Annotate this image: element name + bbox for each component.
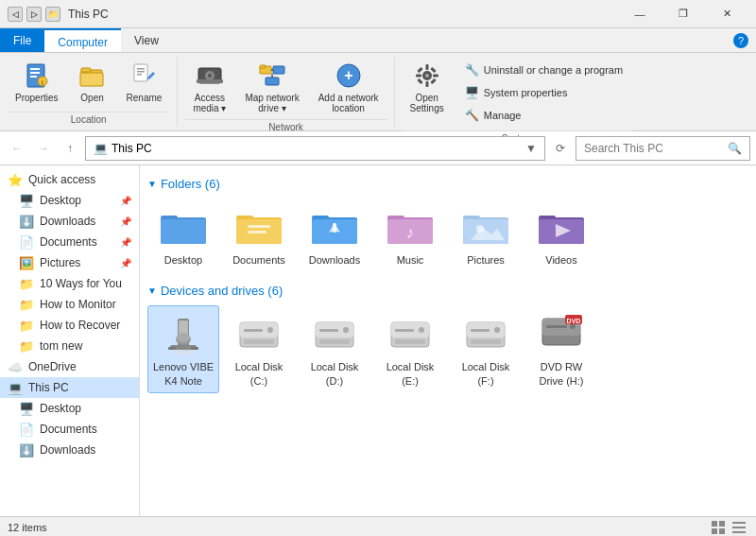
file-area: ▼ Folders (6) Desktop bbox=[140, 165, 756, 516]
svg-rect-87 bbox=[471, 329, 490, 332]
back-icon[interactable]: ◁ bbox=[8, 7, 23, 22]
folder-videos[interactable]: Videos bbox=[525, 199, 597, 272]
address-box[interactable]: 💻 This PC ▼ bbox=[85, 136, 545, 161]
sidebar-item-quickaccess[interactable]: ⭐ Quick access bbox=[0, 169, 139, 190]
sidebar-item-downloads2[interactable]: ⬇️ Downloads bbox=[0, 440, 139, 460]
ribbon-group-system-items: OpenSettings 🔧 Uninstall or change a pro… bbox=[403, 57, 633, 129]
devices-grid: Lenovo VIBE K4 Note Local Disk (C:) bbox=[147, 305, 748, 393]
sidebar-item-thispc[interactable]: 💻 This PC bbox=[0, 377, 139, 398]
drive-f[interactable]: Local Disk (F:) bbox=[450, 305, 522, 393]
folder-music[interactable]: ♪ Music bbox=[374, 199, 446, 272]
pin2-icon: 📌 bbox=[120, 216, 131, 227]
open-label: Open bbox=[80, 93, 103, 103]
tab-file[interactable]: File bbox=[0, 28, 44, 52]
drive-c[interactable]: Local Disk (C:) bbox=[223, 305, 295, 393]
howtorecover-icon: 📁 bbox=[19, 318, 34, 333]
sidebar-howtomonitor-label: How to Monitor bbox=[40, 298, 131, 311]
svg-rect-21 bbox=[266, 78, 279, 85]
folder-videos-label: Videos bbox=[545, 253, 576, 267]
pin4-icon: 📌 bbox=[120, 258, 131, 268]
uninstall-icon: 🔧 bbox=[465, 62, 480, 78]
svg-rect-7 bbox=[81, 68, 91, 72]
svg-point-15 bbox=[208, 74, 212, 78]
10ways-icon: 📁 bbox=[19, 276, 34, 291]
folder-music-label: Music bbox=[397, 253, 424, 267]
map-network-button[interactable]: Map networkdrive ▾ bbox=[237, 57, 306, 117]
svg-rect-3 bbox=[30, 76, 37, 78]
folder-desktop[interactable]: Desktop bbox=[147, 199, 219, 272]
sidebar-item-howtorecover[interactable]: 📁 How to Recover bbox=[0, 315, 139, 336]
svg-rect-28 bbox=[425, 81, 428, 87]
folders-section-header: ▼ Folders (6) bbox=[147, 177, 748, 191]
refresh-button[interactable]: ⟳ bbox=[549, 137, 572, 160]
svg-text:+: + bbox=[344, 67, 352, 83]
sidebar-item-onedrive[interactable]: ☁️ OneDrive bbox=[0, 356, 139, 377]
sidebar-item-10ways[interactable]: 📁 10 Ways for You bbox=[0, 273, 139, 294]
documents1-icon: 📄 bbox=[19, 234, 34, 250]
folder-documents-label: Documents bbox=[232, 253, 285, 267]
address-path: This PC bbox=[112, 142, 152, 155]
forward-button[interactable]: → bbox=[32, 137, 55, 160]
uninstall-button[interactable]: 🔧 Uninstall or change a program bbox=[459, 61, 628, 79]
drive-dvd[interactable]: DVD DVD RW Drive (H:) bbox=[525, 305, 597, 393]
folder-documents[interactable]: Documents bbox=[223, 199, 295, 272]
help-button[interactable]: ? bbox=[733, 33, 748, 48]
system-properties-icon: 🖥️ bbox=[465, 85, 480, 100]
folder-downloads-label: Downloads bbox=[309, 253, 360, 267]
desktop2-icon: 🖥️ bbox=[19, 401, 34, 416]
folder-pictures[interactable]: Pictures bbox=[450, 199, 522, 272]
drive-d[interactable]: Local Disk (D:) bbox=[299, 305, 370, 393]
svg-rect-69 bbox=[191, 347, 198, 350]
sidebar-item-downloads1[interactable]: ⬇️ Downloads 📌 bbox=[0, 211, 139, 232]
ribbon-tabs: File Computer View ? bbox=[0, 28, 756, 53]
large-icons-view-button[interactable] bbox=[709, 519, 728, 536]
svg-rect-18 bbox=[260, 65, 266, 68]
ribbon-group-location: i Properties Open bbox=[0, 57, 178, 127]
sidebar-item-documents1[interactable]: 📄 Documents 📌 bbox=[0, 232, 139, 252]
sidebar-item-desktop2[interactable]: 🖥️ Desktop bbox=[0, 398, 139, 419]
up-button[interactable]: ↑ bbox=[59, 137, 81, 160]
forward-icon[interactable]: ▷ bbox=[26, 7, 42, 22]
map-network-label: Map networkdrive ▾ bbox=[245, 93, 299, 113]
rename-button[interactable]: Rename bbox=[119, 57, 170, 107]
tab-view[interactable]: View bbox=[121, 28, 172, 52]
devices-chevron[interactable]: ▼ bbox=[147, 285, 157, 296]
open-settings-button[interactable]: OpenSettings bbox=[403, 57, 452, 117]
sidebar-item-howtomonitor[interactable]: 📁 How to Monitor bbox=[0, 294, 139, 315]
open-button[interactable]: Open bbox=[70, 57, 115, 107]
manage-button[interactable]: 🔨 Manage bbox=[459, 106, 628, 125]
device-lenovo[interactable]: Lenovo VIBE K4 Note bbox=[147, 305, 219, 393]
access-media-button[interactable]: Accessmedia ▾ bbox=[185, 57, 233, 117]
svg-rect-11 bbox=[137, 71, 145, 73]
sidebar-item-tomnew[interactable]: 📁 tom new bbox=[0, 336, 139, 356]
add-network-button[interactable]: + Add a networklocation bbox=[311, 57, 387, 117]
address-bar-area: ← → ↑ 💻 This PC ▼ ⟳ 🔍 bbox=[0, 131, 756, 165]
search-icon[interactable]: 🔍 bbox=[728, 142, 742, 155]
back-button[interactable]: ← bbox=[6, 137, 28, 160]
search-box[interactable]: 🔍 bbox=[576, 136, 750, 161]
search-input[interactable] bbox=[584, 142, 728, 155]
maximize-button[interactable]: ❐ bbox=[662, 0, 705, 28]
svg-rect-68 bbox=[168, 347, 176, 350]
drive-e-icon bbox=[387, 311, 433, 356]
sidebar-item-pictures[interactable]: 🖼️ Pictures 📌 bbox=[0, 252, 139, 273]
folder-downloads[interactable]: Downloads bbox=[299, 199, 370, 272]
close-button[interactable]: ✕ bbox=[705, 0, 748, 28]
details-view-button[interactable] bbox=[730, 519, 748, 536]
system-properties-button[interactable]: 🖥️ System properties bbox=[459, 83, 628, 102]
tab-computer[interactable]: Computer bbox=[44, 28, 121, 52]
svg-rect-98 bbox=[719, 521, 725, 527]
sidebar-item-documents2[interactable]: 📄 Documents bbox=[0, 419, 139, 440]
sidebar-documents2-label: Documents bbox=[40, 423, 131, 436]
minimize-button[interactable]: — bbox=[618, 0, 662, 28]
drive-e[interactable]: Local Disk (E:) bbox=[374, 305, 446, 393]
open-icon bbox=[77, 61, 108, 91]
open-settings-label: OpenSettings bbox=[410, 93, 444, 113]
folder-videos-icon bbox=[539, 204, 584, 250]
svg-rect-41 bbox=[248, 225, 270, 228]
sidebar-item-desktop1[interactable]: 🖥️ Desktop 📌 bbox=[0, 190, 139, 211]
svg-rect-9 bbox=[134, 64, 147, 81]
folders-chevron[interactable]: ▼ bbox=[147, 179, 157, 189]
properties-button[interactable]: i Properties bbox=[8, 57, 66, 107]
pin1-icon: 📌 bbox=[120, 196, 131, 206]
